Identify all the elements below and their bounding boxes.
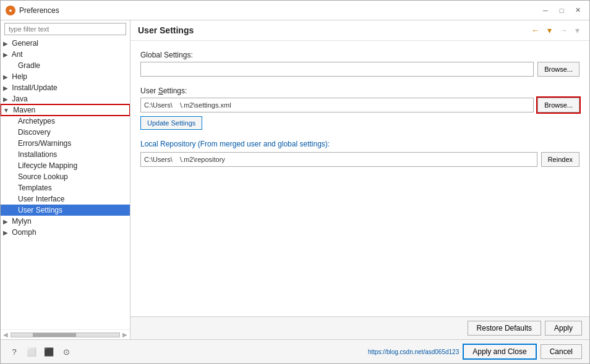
scroll-right-icon[interactable]: ▶ (122, 331, 127, 338)
footer-right: https://blog.csdn.net/asd065d123 Apply a… (368, 344, 582, 360)
close-button[interactable]: ✕ (571, 4, 584, 17)
main-panel: User Settings ← ▾ → ▾ (130, 20, 589, 339)
apply-close-button[interactable]: Apply and Close (463, 344, 536, 360)
help-icon-button[interactable]: ? (8, 345, 20, 358)
sidebar-item-gradle[interactable]: Gradle (1, 60, 130, 71)
minimize-button[interactable]: ─ (539, 4, 552, 17)
user-settings-label: User Settings: (140, 87, 579, 95)
sidebar-item-templates[interactable]: Templates (1, 182, 130, 193)
global-browse-button[interactable]: Browse... (537, 62, 579, 77)
sidebar-item-user-settings[interactable]: User Settings (1, 205, 130, 216)
import-icon-button[interactable]: ⬛ (43, 345, 55, 358)
bottom-bar: Restore Defaults Apply (130, 316, 589, 339)
expand-arrow: ▶ (3, 74, 8, 80)
user-settings-group: User Settings: Browse... Update Settings (140, 87, 579, 130)
app-icon: ● (6, 6, 15, 15)
back-dropdown-icon: ▾ (547, 25, 552, 35)
forward-button[interactable]: → (557, 24, 570, 36)
expand-arrow: ▼ (3, 107, 9, 114)
sidebar: ▶ General ▶ Ant Gradle ▶ Help ▶ Install/… (1, 20, 130, 339)
sidebar-item-source-lookup[interactable]: Source Lookup (1, 171, 130, 182)
sidebar-item-mylyn[interactable]: ▶ Mylyn (1, 216, 130, 227)
sidebar-item-errors-warnings[interactable]: Errors/Warnings (1, 138, 130, 149)
global-settings-row: Browse... (140, 62, 579, 77)
back-dropdown-button[interactable]: ▾ (545, 24, 554, 36)
cancel-button[interactable]: Cancel (541, 344, 582, 359)
export-icon-button[interactable]: ⬜ (25, 345, 38, 358)
local-repo-label: Local Repository (From merged user and g… (140, 140, 579, 148)
back-button[interactable]: ← (529, 24, 542, 36)
sidebar-item-oomph[interactable]: ▶ Oomph (1, 227, 130, 238)
preferences-window: ● Preferences ─ □ ✕ ▶ General ▶ Ant (0, 0, 590, 364)
user-settings-row: Browse... (140, 98, 579, 112)
expand-arrow: ▶ (3, 40, 8, 47)
forward-dropdown-icon: ▾ (575, 25, 579, 35)
horizontal-scrollbar[interactable] (11, 332, 120, 337)
sidebar-item-java[interactable]: ▶ Java (1, 93, 130, 104)
user-browse-button[interactable]: Browse... (537, 98, 579, 112)
settings-icon-button[interactable]: ⊙ (60, 345, 72, 358)
window-title: Preferences (19, 6, 59, 15)
global-settings-input[interactable] (140, 62, 534, 77)
sidebar-item-lifecycle-mapping[interactable]: Lifecycle Mapping (1, 160, 130, 171)
title-bar-left: ● Preferences (6, 6, 59, 15)
back-icon: ← (531, 25, 540, 35)
sidebar-item-maven[interactable]: ▼ Maven (1, 104, 130, 116)
scroll-left-icon[interactable]: ◀ (3, 331, 8, 338)
restore-defaults-button[interactable]: Restore Defaults (468, 321, 541, 336)
sidebar-item-archetypes[interactable]: Archetypes (1, 116, 130, 127)
local-repo-input[interactable] (140, 152, 537, 167)
forward-dropdown-button[interactable]: ▾ (573, 24, 582, 36)
expand-arrow: ▶ (3, 96, 8, 103)
forward-icon: → (559, 25, 568, 35)
footer-icons: ? ⬜ ⬛ ⊙ (8, 345, 72, 358)
tree-area: ▶ General ▶ Ant Gradle ▶ Help ▶ Install/… (1, 38, 130, 329)
expand-arrow: ▶ (3, 218, 8, 225)
global-settings-group: Global Settings: Browse... (140, 51, 579, 77)
footer-bar: ? ⬜ ⬛ ⊙ https://blog.csdn.net/asd065d123… (1, 339, 589, 363)
local-repo-group: Local Repository (From merged user and g… (140, 140, 579, 167)
user-settings-label-text: User Settings: (140, 87, 187, 95)
reindex-button[interactable]: Reindex (541, 152, 579, 167)
toolbar-icons: ← ▾ → ▾ (529, 24, 582, 36)
window-controls: ─ □ ✕ (539, 4, 584, 17)
global-settings-label: Global Settings: (140, 51, 579, 59)
sidebar-item-install-update[interactable]: ▶ Install/Update (1, 82, 130, 93)
expand-arrow: ▶ (3, 229, 8, 236)
status-url: https://blog.csdn.net/asd065d123 (368, 349, 459, 355)
panel-title: User Settings (138, 25, 194, 35)
sidebar-scrollbar-row: ◀ ▶ (1, 329, 130, 339)
title-bar: ● Preferences ─ □ ✕ (1, 1, 589, 20)
apply-button[interactable]: Apply (545, 321, 582, 336)
maximize-button[interactable]: □ (555, 4, 568, 17)
user-settings-input[interactable] (140, 98, 534, 112)
expand-arrow: ▶ (3, 85, 8, 91)
sidebar-item-user-interface[interactable]: User Interface (1, 193, 130, 205)
local-repo-row: Reindex (140, 152, 579, 167)
main-content: Global Settings: Browse... User Settings… (130, 41, 589, 316)
sidebar-item-general[interactable]: ▶ General (1, 38, 130, 49)
main-toolbar: User Settings ← ▾ → ▾ (130, 20, 589, 41)
expand-arrow: ▶ (3, 51, 8, 58)
filter-input[interactable] (4, 23, 126, 35)
sidebar-item-ant[interactable]: ▶ Ant (1, 49, 130, 60)
sidebar-item-discovery[interactable]: Discovery (1, 127, 130, 138)
sidebar-item-help[interactable]: ▶ Help (1, 71, 130, 82)
sidebar-item-installations[interactable]: Installations (1, 149, 130, 160)
update-settings-button[interactable]: Update Settings (140, 116, 202, 130)
content-area: ▶ General ▶ Ant Gradle ▶ Help ▶ Install/… (1, 20, 589, 339)
